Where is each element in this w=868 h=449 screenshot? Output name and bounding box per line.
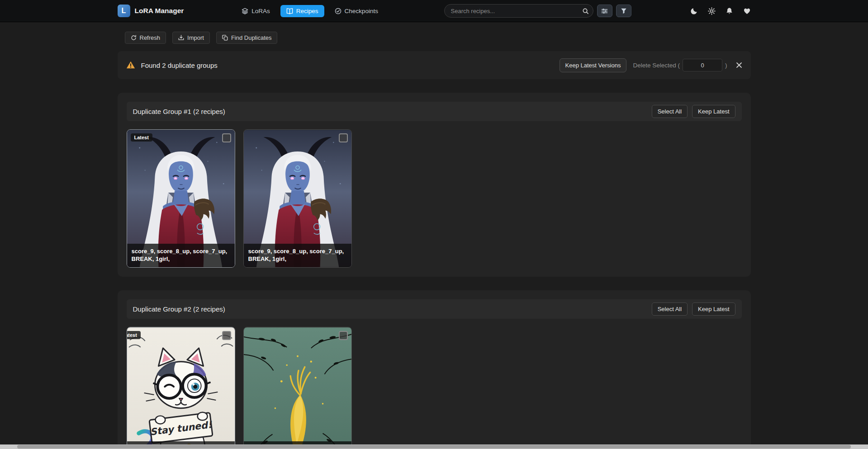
recipe-card[interactable]: score_9, score_8_up, score_7_up, BREAK, … — [243, 129, 352, 268]
close-icon — [735, 61, 743, 69]
delete-count-input[interactable] — [683, 59, 722, 71]
brand[interactable]: L LoRA Manager — [118, 5, 184, 17]
support-button[interactable] — [743, 7, 751, 15]
select-checkbox[interactable] — [339, 133, 348, 142]
refresh-button[interactable]: Refresh — [125, 32, 166, 44]
recipe-caption: score_9, score_8_up, score_7_up, BREAK, … — [127, 244, 235, 267]
recipe-image — [244, 327, 351, 449]
sort-options-button[interactable] — [597, 5, 612, 17]
toolbar: Refresh Import Find Duplicates — [118, 32, 751, 44]
recipe-caption-text: score_9, score_8_up, score_7_up, BREAK, … — [132, 247, 230, 263]
navbar-action-icons — [690, 7, 751, 15]
horizontal-scrollbar-thumb[interactable] — [17, 445, 850, 449]
tab-recipes[interactable]: Recipes — [280, 5, 324, 17]
delete-selected-label: Delete Selected ( — [633, 62, 680, 69]
search-icon — [582, 8, 589, 14]
theme-toggle-button[interactable] — [690, 7, 698, 15]
recipe-caption: score_9, score_8_up, score_7_up, BREAK, … — [244, 244, 351, 267]
keep-latest-versions-button[interactable]: Keep Latest Versions — [560, 58, 627, 72]
cards-row: Latest score_9, score_8_up, score_7_up, … — [127, 129, 742, 268]
delete-selected-control: Delete Selected ( ) — [633, 59, 727, 71]
group-header: Duplicate Group #1 (2 recipes) Select Al… — [127, 102, 742, 121]
duplicates-icon — [222, 35, 228, 41]
select-all-button[interactable]: Select All — [652, 302, 688, 316]
app-title: LoRA Manager — [135, 7, 184, 15]
recipe-card[interactable]: Latest score_9, score_8_up, score_7_up, … — [127, 129, 235, 268]
search-button[interactable] — [580, 5, 591, 16]
duplicate-group-2: Duplicate Group #2 (2 recipes) Select Al… — [118, 290, 751, 449]
recipe-image — [127, 327, 235, 449]
tab-label: Checkpoints — [345, 8, 378, 14]
gear-icon — [708, 7, 716, 15]
cards-row: Latest pp-enchanted-whimsy:0.90 ral-frct… — [127, 327, 742, 449]
find-duplicates-button[interactable]: Find Duplicates — [216, 32, 278, 44]
moon-icon — [690, 7, 698, 15]
recipe-caption-text: score_9, score_8_up, score_7_up, BREAK, … — [248, 247, 347, 263]
settings-button[interactable] — [708, 7, 716, 15]
refresh-icon — [131, 35, 137, 41]
search-input[interactable] — [444, 4, 593, 18]
duplicates-alert-banner: Found 2 duplicate groups Keep Latest Ver… — [118, 51, 751, 79]
select-checkbox[interactable] — [222, 133, 231, 142]
bell-icon — [726, 7, 733, 15]
layers-icon — [242, 8, 248, 14]
keep-latest-button[interactable]: Keep Latest — [692, 105, 735, 118]
search-bar — [444, 4, 593, 18]
import-label: Import — [187, 34, 204, 41]
latest-badge: Latest — [127, 331, 141, 339]
group-title: Duplicate Group #1 (2 recipes) — [133, 108, 225, 115]
latest-badge: Latest — [131, 133, 152, 142]
duplicate-group-1: Duplicate Group #1 (2 recipes) Select Al… — [118, 93, 751, 277]
book-icon — [286, 8, 293, 14]
filter-button[interactable] — [616, 5, 631, 17]
heart-icon — [743, 7, 751, 15]
alert-message: Found 2 duplicate groups — [141, 61, 218, 69]
sliders-icon — [601, 8, 608, 14]
group-header: Duplicate Group #2 (2 recipes) Select Al… — [127, 299, 742, 319]
select-all-button[interactable]: Select All — [652, 105, 688, 118]
notifications-button[interactable] — [726, 7, 733, 15]
tab-label: LoRAs — [251, 8, 270, 14]
horizontal-scrollbar[interactable] — [0, 444, 868, 449]
group-title: Duplicate Group #2 (2 recipes) — [133, 305, 225, 313]
import-icon — [178, 35, 184, 41]
tab-loras[interactable]: LoRAs — [236, 5, 276, 17]
main-content: Refresh Import Find Duplicates — [118, 22, 751, 449]
tab-label: Recipes — [296, 8, 318, 14]
funnel-icon — [621, 8, 627, 14]
close-alert-button[interactable] — [735, 61, 743, 69]
check-circle-icon — [335, 8, 342, 14]
app-logo-icon: L — [118, 5, 130, 17]
keep-latest-button[interactable]: Keep Latest — [692, 302, 735, 316]
warning-icon — [126, 60, 136, 70]
import-button[interactable]: Import — [172, 32, 210, 44]
nav-tabs: LoRAs Recipes Checkpoints — [236, 5, 384, 17]
recipe-card[interactable]: in the style of ppWhimsy, ral-frctlgmtry… — [243, 327, 352, 449]
refresh-label: Refresh — [140, 34, 161, 41]
delete-selected-suffix: ) — [725, 62, 727, 69]
navbar: L LoRA Manager LoRAs Recipes — [0, 0, 868, 22]
recipe-card[interactable]: Latest pp-enchanted-whimsy:0.90 ral-frct… — [127, 327, 235, 449]
select-checkbox[interactable] — [222, 331, 231, 340]
select-checkbox[interactable] — [339, 331, 348, 340]
find-duplicates-label: Find Duplicates — [231, 34, 272, 41]
tab-checkpoints[interactable]: Checkpoints — [329, 5, 384, 17]
